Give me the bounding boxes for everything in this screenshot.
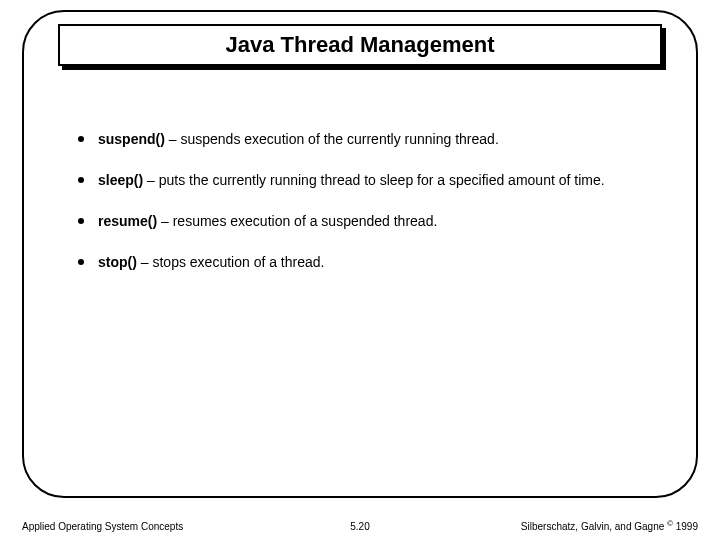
bullet-icon — [78, 136, 84, 142]
page-number: 5.20 — [350, 521, 369, 532]
bullet-text: sleep() – puts the currently running thr… — [98, 171, 605, 190]
list-item: suspend() – suspends execution of the cu… — [78, 130, 648, 149]
content-area: suspend() – suspends execution of the cu… — [78, 130, 648, 294]
footer-right: Silberschatz, Galvin, and Gagne © 1999 — [521, 519, 698, 532]
bullet-text: resume() – resumes execution of a suspen… — [98, 212, 437, 231]
title-box: Java Thread Management — [58, 24, 662, 66]
list-item: stop() – stops execution of a thread. — [78, 253, 648, 272]
list-item: resume() – resumes execution of a suspen… — [78, 212, 648, 231]
bullet-text: suspend() – suspends execution of the cu… — [98, 130, 499, 149]
list-item: sleep() – puts the currently running thr… — [78, 171, 648, 190]
footer-left: Applied Operating System Concepts — [22, 521, 183, 532]
bullet-text: stop() – stops execution of a thread. — [98, 253, 324, 272]
bullet-icon — [78, 218, 84, 224]
bullet-icon — [78, 177, 84, 183]
footer: Applied Operating System Concepts 5.20 S… — [22, 519, 698, 532]
bullet-icon — [78, 259, 84, 265]
slide-title: Java Thread Management — [226, 32, 495, 58]
